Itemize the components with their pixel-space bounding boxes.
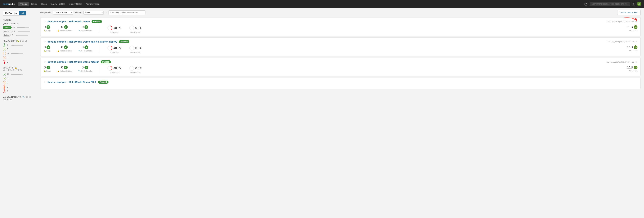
nav-administration[interactable]: Administration: [84, 2, 101, 6]
smells-value: 0: [82, 45, 84, 49]
nav-projects[interactable]: Projects: [18, 2, 29, 6]
nav-links: Projects Issues Rules Quality Profiles Q…: [18, 2, 584, 6]
vuln-label: 🔒 Vulnerabilities: [57, 30, 72, 32]
project-metrics: 0 A 🐛 Bugs 0 A 🔒 Vulnerabilities: [44, 25, 638, 33]
bugs-label: 🐛 Bugs: [44, 50, 50, 52]
rating-b-circle: B: [3, 48, 6, 51]
security-b[interactable]: B 0: [3, 77, 34, 80]
dup-value: 0.0%: [136, 46, 142, 50]
lang-names: XML, Java: [627, 50, 638, 52]
security-a-count: 22: [7, 73, 10, 76]
project-name-link[interactable]: devops-sample :: HelloWorld Demo master: [48, 60, 99, 63]
reliability-c[interactable]: C 16: [3, 52, 34, 55]
project-langs: 118 XS XML, Java: [627, 65, 638, 72]
favorites-btn[interactable]: My Favorites: [3, 11, 19, 15]
nav-quality-gates[interactable]: Quality Gates: [67, 2, 84, 6]
perspective-select-wrapper: Overall Status ▾: [53, 11, 73, 15]
reliability-section: Reliability (🐛 Bugs) A 6 B 0 C 16 D: [3, 40, 34, 64]
dup-label: Duplications: [130, 31, 140, 33]
reliability-c-count: 16: [7, 52, 10, 55]
coverage-label: Coverage: [110, 31, 118, 33]
dup-value: 0.0%: [136, 26, 142, 30]
passed-count: 20: [12, 27, 16, 29]
nav-issues[interactable]: Issues: [30, 2, 39, 6]
global-search-input[interactable]: [590, 2, 630, 6]
vuln-rating: A: [64, 45, 68, 49]
sort-select-wrapper: Name ▾: [84, 11, 104, 15]
star-icon[interactable]: ☆: [44, 60, 46, 63]
svg-point-7: [130, 46, 134, 50]
bugs-label: 🐛 Bugs: [44, 70, 50, 72]
status-badge: Passed: [119, 40, 129, 43]
project-card: ☆ devops-sample :: HelloWorld Demo Passe…: [40, 17, 641, 36]
dup-circle-icon: [129, 65, 134, 71]
smells-value: 0: [82, 25, 84, 29]
view-toggle-icon[interactable]: ≡: [105, 11, 107, 14]
perspective-select[interactable]: Overall Status: [53, 11, 73, 15]
star-icon[interactable]: ☆: [44, 80, 46, 84]
vuln-label: 🔒 Vulnerabilities: [57, 50, 72, 52]
project-name-link[interactable]: devops-sample :: HelloWorld Demo: [48, 20, 90, 23]
lock-icon: 🔒: [57, 70, 60, 72]
rating-d-circle: D: [3, 56, 6, 59]
wrench-icon: 🔧: [78, 30, 81, 32]
security-d-circle: D: [3, 85, 6, 89]
reliability-d[interactable]: D 0: [3, 56, 34, 59]
sort-select[interactable]: Name: [84, 11, 104, 15]
svg-point-11: [130, 66, 134, 71]
dup-label: Duplications: [130, 52, 140, 54]
warning-bar: [18, 31, 30, 32]
filter-row-failed[interactable]: Failed 2: [3, 34, 34, 37]
maintainability-section: Maintainability (🔧 Code Smells): [3, 96, 34, 101]
vuln-value: 0: [61, 65, 63, 69]
nav-rules[interactable]: Rules: [40, 2, 48, 6]
reliability-b[interactable]: B 0: [3, 48, 34, 51]
security-d[interactable]: D 0: [3, 85, 34, 89]
security-a[interactable]: A 22: [3, 73, 34, 76]
vuln-value: 0: [61, 45, 63, 49]
filter-row-passed[interactable]: Passed 20: [3, 26, 34, 29]
wrench-icon: 🔧: [78, 50, 81, 52]
avatar[interactable]: A: [637, 2, 641, 6]
filter-row-warning[interactable]: Warning 0: [3, 30, 34, 33]
create-project-button[interactable]: Create new project: [617, 10, 641, 15]
vuln-label: 🔒 Vulnerabilities: [57, 70, 72, 72]
star-icon[interactable]: ☆: [44, 20, 46, 23]
reliability-e[interactable]: E 0: [3, 60, 34, 64]
star-icon[interactable]: ☆: [44, 40, 46, 43]
passed-badge: Passed: [3, 26, 12, 29]
smells-label: 🔧 Code Smells: [78, 30, 92, 32]
all-btn[interactable]: All: [19, 11, 26, 15]
project-langs: 118 XS XML, Java: [627, 45, 638, 52]
status-badge: Passed: [98, 81, 108, 84]
duplications-metric: 0.0% Duplications: [129, 25, 142, 33]
project-header: ☆ devops-sample :: HelloWorld Demo PR-2 …: [44, 80, 638, 84]
project-search-input[interactable]: [108, 11, 146, 15]
security-c[interactable]: C 0: [3, 81, 34, 84]
dup-value: 0.0%: [136, 67, 142, 70]
lang-badge: XS: [634, 45, 638, 49]
bugs-metric: 0 A 🐛 Bugs: [44, 25, 50, 32]
help-icon[interactable]: ?: [584, 2, 588, 6]
vulnerabilities-metric: 0 A 🔒 Vulnerabilities: [57, 65, 72, 72]
bug-icon: 🐛: [44, 70, 46, 72]
warning-count: 0: [14, 30, 17, 33]
reliability-e-count: 0: [7, 61, 10, 63]
project-name-link[interactable]: devops-sample :: HelloWorld Demo add-no-…: [48, 40, 117, 43]
security-e-circle: E: [3, 90, 6, 93]
security-e[interactable]: E 0: [3, 90, 34, 93]
reliability-a[interactable]: A 6: [3, 43, 34, 47]
nav-quality-profiles[interactable]: Quality Profiles: [49, 2, 67, 6]
coverage-label: Coverage: [110, 72, 118, 74]
coverage-value: 40.0%: [114, 26, 122, 30]
bugs-value: 0: [44, 45, 46, 49]
smells-rating: A: [84, 66, 88, 69]
size-value: 118: [627, 45, 633, 49]
quality-gate-title: Quality Gate: [3, 23, 34, 25]
project-name-link[interactable]: devops-sample :: HelloWorld Demo PR-2: [48, 81, 96, 83]
project-metrics: 0 A 🐛 Bugs 0 A 🔒 Vulnerabilities: [44, 65, 638, 74]
filters-title: Filters: [3, 19, 34, 21]
coverage-metric: 40.0% Coverage: [107, 25, 122, 33]
bugs-metric: 0 A 🐛 Bugs: [44, 45, 50, 52]
add-icon[interactable]: +: [632, 2, 635, 6]
